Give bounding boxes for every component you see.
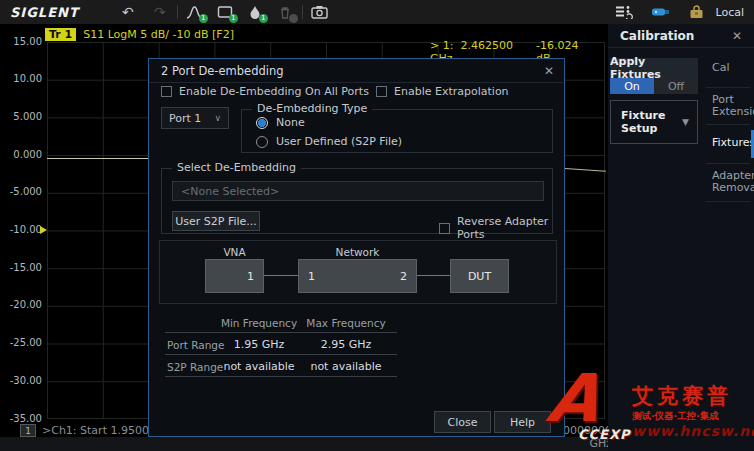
- checkbox-icon: [376, 86, 387, 97]
- fixture-setup-dropdown[interactable]: Fixture Setup ▼: [610, 100, 698, 144]
- watermark-slogan: 测试·仪器·工控·集成: [632, 410, 719, 423]
- y-axis-label: -5.000: [0, 186, 42, 197]
- vna-port-1: 1: [247, 270, 254, 283]
- group-legend: Select De-Embedding: [172, 161, 301, 174]
- network-label: Network: [298, 246, 417, 258]
- min-frequency-header: Min Frequency: [211, 317, 307, 329]
- watermark-chinese-name: 艾克赛普: [632, 382, 732, 410]
- panel-title: Calibration: [620, 29, 694, 43]
- vna-box: 1: [205, 259, 264, 293]
- radio-selected-icon: [256, 117, 268, 129]
- port-select-dropdown[interactable]: Port 1 ∨: [161, 107, 229, 129]
- apply-fixtures-toggle: On Off: [610, 78, 698, 94]
- y-axis-label: 0.000: [0, 149, 42, 160]
- vna-label: VNA: [205, 246, 264, 258]
- tab-port-extension[interactable]: Port Extension: [702, 94, 754, 118]
- user-s2p-file-button[interactable]: User S2P File...: [172, 211, 260, 231]
- y-axis-label: -10.00: [0, 224, 42, 235]
- local-mode-button[interactable]: Local: [715, 6, 744, 19]
- network-port-2: 2: [400, 270, 407, 283]
- marker-icon[interactable]: 1: [244, 2, 266, 22]
- dialog-titlebar: 2 Port De-embedding ✕: [149, 59, 564, 83]
- display-window-icon[interactable]: 1: [214, 2, 236, 22]
- panel-close-icon[interactable]: ✕: [732, 29, 742, 43]
- tab-adapter-removal[interactable]: Adapter Removal: [702, 170, 754, 194]
- de-embedding-dialog: 2 Port De-embedding ✕ Enable De-Embeddin…: [148, 58, 565, 437]
- chevron-down-icon: ∨: [214, 113, 221, 123]
- marker-count-badge: 1: [259, 14, 268, 23]
- enable-all-ports-checkbox[interactable]: Enable De-Embedding On All Ports: [161, 85, 369, 98]
- group-legend: De-Embedding Type: [252, 102, 372, 115]
- redo-button[interactable]: ↷: [149, 2, 171, 22]
- accexp-logo-text: CCEXP: [578, 427, 631, 442]
- reverse-adapter-ports-checkbox[interactable]: Reverse Adapter Ports: [439, 215, 552, 241]
- y-axis-label: -15.00: [0, 262, 42, 273]
- radio-icon: [256, 136, 268, 148]
- siglent-logo: SIGLENT: [10, 5, 79, 20]
- accexp-logo-a: A: [543, 366, 603, 432]
- select-de-embedding-group: Select De-Embedding <None Selected> User…: [161, 168, 553, 234]
- toggle-off-button[interactable]: Off: [654, 78, 698, 94]
- y-axis-label: -25.00: [0, 337, 42, 348]
- s2p-range-max: not available: [298, 360, 394, 373]
- trace-segment: [47, 158, 148, 159]
- toolbox-icon[interactable]: [685, 2, 707, 22]
- y-axis-label: -35.00: [0, 413, 42, 424]
- delete-trash-icon[interactable]: [274, 2, 296, 22]
- radio-none[interactable]: None: [256, 116, 305, 129]
- toolbar-divider: [302, 5, 303, 19]
- chevron-down-icon: ▼: [682, 117, 689, 127]
- dialog-title: 2 Port De-embedding: [161, 64, 284, 78]
- y-axis-label: -20.00: [0, 299, 42, 310]
- connector-line: [417, 275, 450, 276]
- accexp-watermark: A CCEXP 艾克赛普 测试·仪器·工控·集成 www.hncsw.net: [548, 380, 754, 451]
- y-axis-label: 10.00: [0, 73, 42, 84]
- undo-button[interactable]: ↶: [117, 2, 139, 22]
- enable-extrapolation-checkbox[interactable]: Enable Extrapolation: [376, 85, 509, 98]
- trace-1-settings: S11 LogM 5 dB/ -10 dB [F2]: [83, 28, 234, 41]
- s2p-range-min: not available: [211, 360, 307, 373]
- trace-icon[interactable]: 1: [184, 2, 206, 22]
- de-embedding-type-group: De-Embedding Type None User Defined (S2P…: [241, 109, 553, 153]
- vna-application-window: SIGLENT ↶ ↷ 1 1 1: [0, 0, 754, 451]
- y-axis-label: 15.00: [0, 36, 42, 47]
- close-button[interactable]: Close: [434, 411, 491, 433]
- tab-fixtures[interactable]: Fixtures: [702, 137, 754, 149]
- checkbox-icon: [161, 86, 172, 97]
- usb-device-icon[interactable]: [649, 2, 671, 22]
- system-menu-icon[interactable]: [613, 2, 635, 22]
- checkbox-icon: [439, 223, 450, 234]
- trace-count-badge: 1: [199, 14, 208, 23]
- network-port-1: 1: [308, 270, 315, 283]
- channel-badge[interactable]: 1: [20, 424, 36, 437]
- trace-1-badge[interactable]: Tr 1: [45, 28, 76, 41]
- connector-line: [264, 275, 298, 276]
- panel-header: Calibration ✕: [608, 24, 754, 48]
- help-button[interactable]: Help: [494, 411, 551, 433]
- tab-cal[interactable]: Cal: [702, 62, 754, 74]
- dialog-close-icon[interactable]: ✕: [544, 64, 554, 78]
- apply-fixtures-label: Apply Fixtures: [610, 58, 698, 78]
- dut-label: DUT: [468, 270, 491, 283]
- de-embedding-selection-field[interactable]: <None Selected>: [172, 181, 544, 201]
- trace-info-bar[interactable]: Tr 1 S11 LogM 5 dB/ -10 dB [F2]: [45, 28, 234, 41]
- port-range-max: 2.95 GHz: [298, 338, 394, 351]
- toolbar-divider: [177, 5, 178, 19]
- top-toolbar: SIGLENT ↶ ↷ 1 1 1: [0, 0, 754, 24]
- network-box: 1 2: [298, 259, 417, 293]
- reference-level-marker-icon: [40, 226, 47, 234]
- display-count-badge: 1: [229, 14, 238, 23]
- watermark-url: www.hncsw.net: [632, 423, 754, 439]
- y-axis-label: -30.00: [0, 375, 42, 386]
- max-frequency-header: Max Frequency: [298, 317, 394, 329]
- radio-user-defined[interactable]: User Defined (S2P File): [256, 135, 402, 148]
- y-axis-label: 5.000: [0, 111, 42, 122]
- connection-diagram: VNA Network 1 1 2 DUT: [159, 240, 557, 304]
- toggle-on-button[interactable]: On: [610, 78, 654, 94]
- port-range-min: 1.95 GHz: [211, 338, 307, 351]
- screenshot-camera-icon[interactable]: [309, 2, 331, 22]
- dut-box: DUT: [450, 259, 509, 293]
